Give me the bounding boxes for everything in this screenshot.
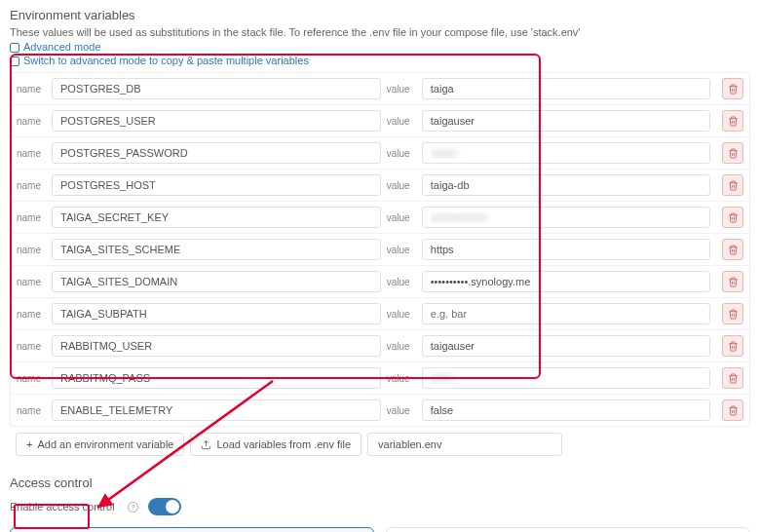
delete-var-button[interactable] <box>722 399 743 421</box>
access-section: Access control Enable access control ? A… <box>10 475 750 532</box>
delete-var-button[interactable] <box>722 367 743 389</box>
plus-icon: + <box>26 438 32 450</box>
env-name-input[interactable] <box>52 271 381 292</box>
trash-icon <box>728 148 739 159</box>
value-label: value <box>387 245 416 255</box>
delete-var-button[interactable] <box>722 78 743 99</box>
env-row: namevalue <box>11 202 749 234</box>
trash-icon <box>728 180 739 191</box>
env-row: namevalue <box>11 234 749 266</box>
value-label: value <box>387 212 416 223</box>
trash-icon <box>728 277 739 287</box>
env-name-input[interactable] <box>52 399 381 421</box>
name-label: name <box>17 148 46 159</box>
name-label: name <box>17 245 46 255</box>
env-value-input[interactable] <box>422 110 710 132</box>
env-value-input[interactable] <box>422 303 710 324</box>
enable-access-label: Enable access control <box>10 501 115 513</box>
delete-var-button[interactable] <box>722 174 743 196</box>
name-label: name <box>17 84 46 95</box>
env-name-input[interactable] <box>52 239 381 260</box>
value-label: value <box>387 180 416 191</box>
name-label: name <box>17 116 46 127</box>
env-row: namevalue <box>11 137 749 170</box>
env-name-input[interactable] <box>52 303 381 324</box>
delete-var-button[interactable] <box>722 110 743 132</box>
delete-var-button[interactable] <box>722 239 743 260</box>
env-name-input[interactable] <box>52 207 381 228</box>
env-value-input[interactable] <box>422 174 710 196</box>
trash-icon <box>728 245 739 255</box>
value-label: value <box>387 405 416 416</box>
name-label: name <box>17 373 46 384</box>
env-value-input[interactable] <box>422 207 710 228</box>
env-value-input[interactable] <box>422 399 710 421</box>
upload-icon <box>201 439 211 450</box>
name-label: name <box>17 277 46 287</box>
env-value-input[interactable] <box>422 78 710 99</box>
advanced-mode-link[interactable]: Advanced mode <box>10 41 750 53</box>
env-table: namevaluenamevaluenamevaluenamevaluename… <box>10 72 750 427</box>
env-desc: These values will be used as substitutio… <box>10 26 750 38</box>
env-name-input[interactable] <box>52 78 381 99</box>
env-row: namevalue <box>11 330 749 362</box>
env-row: namevalue <box>11 266 749 298</box>
load-env-file-button[interactable]: Load variables from .env file <box>190 433 361 456</box>
trash-icon <box>728 84 739 95</box>
env-row: namevalue <box>11 395 749 426</box>
trash-icon <box>728 341 739 352</box>
trash-icon <box>728 116 739 127</box>
value-label: value <box>387 148 416 159</box>
name-label: name <box>17 309 46 320</box>
env-name-input[interactable] <box>52 142 381 164</box>
value-label: value <box>387 277 416 287</box>
env-row: namevalue <box>11 170 749 202</box>
env-name-input[interactable] <box>52 335 381 357</box>
env-name-input[interactable] <box>52 367 381 389</box>
env-actions: +Add an environment variable Load variab… <box>10 427 750 462</box>
value-label: value <box>387 84 416 95</box>
external-icon <box>10 43 19 53</box>
env-row: namevalue <box>11 105 749 137</box>
env-section: Environment variables These values will … <box>10 8 750 462</box>
env-row: namevalue <box>11 298 749 330</box>
switch-advanced-link[interactable]: Switch to advanced mode to copy & paste … <box>10 55 750 66</box>
env-value-input[interactable] <box>422 367 710 389</box>
delete-var-button[interactable] <box>722 335 743 357</box>
env-name-input[interactable] <box>52 174 381 196</box>
delete-var-button[interactable] <box>722 271 743 292</box>
env-row: namevalue <box>11 362 749 395</box>
value-label: value <box>387 341 416 352</box>
trash-icon <box>728 405 739 416</box>
env-value-input[interactable] <box>422 142 710 164</box>
add-env-var-button[interactable]: +Add an environment variable <box>16 433 184 456</box>
delete-var-button[interactable] <box>722 207 743 228</box>
delete-var-button[interactable] <box>722 303 743 324</box>
access-cards: Administrators I want to restrict the ma… <box>10 527 750 532</box>
trash-icon <box>728 212 739 223</box>
card-administrators[interactable]: Administrators I want to restrict the ma… <box>10 527 374 532</box>
env-title: Environment variables <box>10 8 750 22</box>
enable-access-toggle[interactable] <box>148 498 181 515</box>
enable-access-row: Enable access control ? <box>10 498 750 515</box>
access-title: Access control <box>10 475 750 490</box>
delete-var-button[interactable] <box>722 142 743 164</box>
help-icon[interactable]: ? <box>128 502 138 513</box>
env-file-input[interactable] <box>367 433 562 456</box>
name-label: name <box>17 180 46 191</box>
name-label: name <box>17 212 46 223</box>
value-label: value <box>387 373 416 384</box>
env-name-input[interactable] <box>52 110 381 132</box>
name-label: name <box>17 341 46 352</box>
value-label: value <box>387 309 416 320</box>
env-row: namevalue <box>11 73 749 105</box>
env-value-input[interactable] <box>422 335 710 357</box>
card-restricted[interactable]: Restricted I want to restrict the manage… <box>386 527 750 532</box>
name-label: name <box>17 405 46 416</box>
trash-icon <box>728 373 739 384</box>
external-icon <box>10 57 19 66</box>
env-value-input[interactable] <box>422 271 710 292</box>
env-value-input[interactable] <box>422 239 710 260</box>
trash-icon <box>728 309 739 320</box>
value-label: value <box>387 116 416 127</box>
